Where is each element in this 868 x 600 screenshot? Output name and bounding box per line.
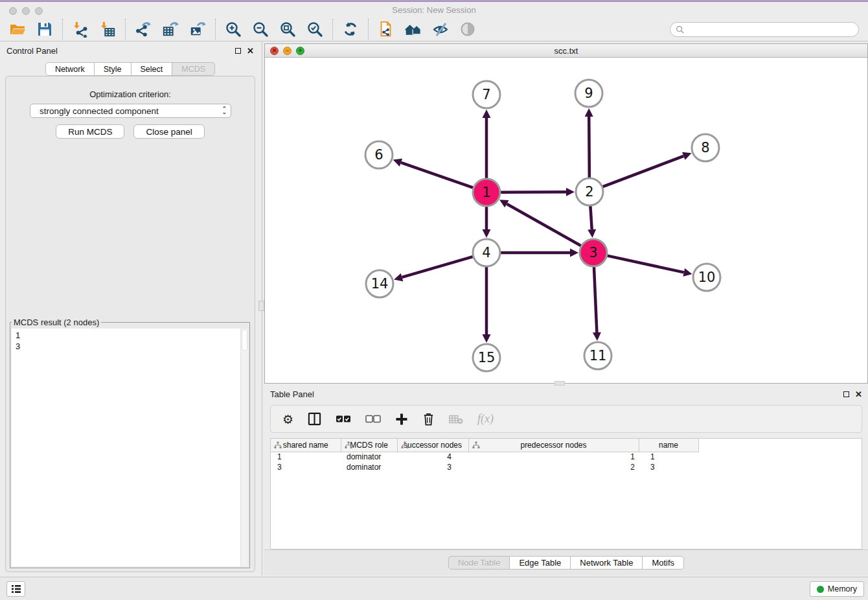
- zoom-out-icon[interactable]: [251, 20, 269, 38]
- column-predecessor-nodes[interactable]: predecessor nodes: [468, 439, 639, 452]
- tab-style[interactable]: Style: [95, 62, 131, 76]
- panel-splitter-grip[interactable]: [258, 301, 264, 311]
- graph-node-label: 2: [585, 184, 593, 200]
- clone-network-icon[interactable]: [377, 20, 395, 38]
- close-panel-button[interactable]: Close panel: [133, 124, 204, 139]
- column-type-icon: [345, 441, 352, 451]
- table-row[interactable]: 3dominator323: [271, 462, 698, 472]
- graph-edge-arrowhead: [483, 334, 491, 343]
- graph-edge-2-8[interactable]: [603, 156, 684, 187]
- tab-edge-table[interactable]: Edge Table: [510, 556, 571, 570]
- select-all-icon[interactable]: [336, 411, 351, 428]
- tab-node-table[interactable]: Node Table: [448, 556, 510, 570]
- graph-node-label: 9: [584, 86, 593, 101]
- float-table-panel-icon[interactable]: [843, 391, 849, 397]
- network-maximize-icon[interactable]: +: [296, 47, 304, 55]
- tab-motifs[interactable]: Motifs: [643, 556, 684, 570]
- import-network-icon[interactable]: [71, 20, 89, 38]
- node-table[interactable]: shared name MCDS role successor nodes pr…: [270, 438, 862, 549]
- export-image-icon[interactable]: [188, 20, 207, 38]
- add-column-icon[interactable]: [395, 411, 408, 428]
- import-table-icon[interactable]: [98, 20, 117, 38]
- column-mcds-role[interactable]: MCDS role: [341, 439, 397, 452]
- delete-column-icon[interactable]: [422, 411, 435, 428]
- tab-mcds[interactable]: MCDS: [172, 62, 215, 76]
- graph-edge-3-11[interactable]: [594, 267, 597, 332]
- first-neighbors-icon[interactable]: [404, 20, 422, 38]
- control-panel-tabs: Network Style Select MCDS: [0, 62, 260, 76]
- graph-edge-3-1[interactable]: [507, 204, 580, 246]
- tab-network-table[interactable]: Network Table: [571, 556, 643, 570]
- table-header-row[interactable]: shared name MCDS role successor nodes pr…: [271, 439, 698, 452]
- window-title: Session: New Session: [392, 5, 475, 15]
- graph-edge-arrowhead: [566, 188, 575, 196]
- optimization-criterion-select[interactable]: strongly connected component ⌃⌄: [30, 104, 231, 118]
- graph-edge-arrowhead: [585, 108, 593, 117]
- graph-edge-4-14[interactable]: [402, 257, 473, 277]
- search-input[interactable]: [684, 25, 853, 34]
- zoom-in-icon[interactable]: [224, 20, 242, 38]
- table-row[interactable]: 1dominator411: [271, 452, 698, 462]
- graph-node-label: 11: [589, 348, 607, 363]
- search-icon: [676, 25, 684, 34]
- function-builder-disabled-icon: f(x): [477, 411, 494, 428]
- graph-edge-2-3[interactable]: [590, 206, 591, 229]
- mcds-result-text[interactable]: 1 3: [16, 330, 238, 565]
- close-panel-icon[interactable]: ✕: [247, 48, 254, 54]
- graph-edge-arrowhead: [483, 110, 491, 118]
- optimization-criterion-label: Optimization criterion:: [6, 89, 255, 99]
- hide-selected-icon[interactable]: [431, 20, 450, 38]
- open-session-icon[interactable]: [8, 20, 27, 38]
- run-mcds-button[interactable]: Run MCDS: [56, 124, 124, 139]
- network-window-titlebar[interactable]: ✕ − + scc.txt: [265, 44, 867, 58]
- graph-node-label: 3: [589, 245, 597, 260]
- graph-edge-arrowhead: [394, 273, 403, 281]
- tab-select[interactable]: Select: [131, 62, 173, 76]
- export-table-icon[interactable]: [161, 20, 179, 38]
- delete-table-disabled-icon: [449, 411, 463, 428]
- maximize-window-icon[interactable]: [35, 7, 43, 15]
- window-controls[interactable]: [9, 7, 43, 15]
- graph-node-label: 7: [482, 87, 490, 102]
- titlebar: Session: New Session: [0, 2, 868, 17]
- show-column-icon[interactable]: [308, 411, 321, 428]
- float-panel-icon[interactable]: [235, 48, 241, 54]
- table-options-gear-icon[interactable]: ⚙: [282, 411, 293, 428]
- unselect-all-icon[interactable]: [365, 411, 381, 428]
- graph-edge-1-2[interactable]: [501, 192, 566, 192]
- graph-edge-2-9[interactable]: [589, 117, 589, 178]
- search-field[interactable]: [670, 22, 859, 37]
- network-canvas[interactable]: 7968124314101511: [265, 58, 867, 383]
- column-successor-nodes[interactable]: successor nodes: [397, 439, 468, 452]
- column-type-icon: [401, 441, 409, 451]
- column-shared-name[interactable]: shared name: [271, 439, 341, 452]
- fx-label: f(x): [477, 412, 494, 426]
- memory-button[interactable]: Memory: [810, 581, 864, 597]
- result-scrollbar[interactable]: [240, 329, 248, 566]
- task-history-button[interactable]: [6, 581, 25, 597]
- control-panel-header: Control Panel ✕: [0, 42, 260, 59]
- graph-node-label: 6: [374, 147, 383, 163]
- control-panel: Control Panel ✕ Network Style Select MCD…: [0, 42, 260, 573]
- table-toolbar: ⚙ f(x): [270, 405, 862, 433]
- zoom-fit-icon[interactable]: [279, 20, 297, 38]
- save-session-icon[interactable]: [36, 20, 54, 38]
- network-minimize-icon[interactable]: −: [283, 47, 291, 55]
- column-name[interactable]: name: [639, 439, 698, 452]
- graph-edge-1-6[interactable]: [401, 163, 473, 188]
- network-graph: 7968124314101511: [265, 58, 867, 383]
- close-table-panel-icon[interactable]: ✕: [855, 391, 862, 397]
- export-network-icon[interactable]: [134, 20, 152, 38]
- refresh-layout-icon[interactable]: [341, 20, 360, 38]
- graph-edge-3-10[interactable]: [607, 256, 683, 273]
- minimize-window-icon[interactable]: [22, 7, 30, 15]
- zoom-selected-icon[interactable]: [306, 20, 324, 38]
- close-window-icon[interactable]: [9, 7, 17, 15]
- graph-node-label: 14: [371, 276, 389, 292]
- tab-network[interactable]: Network: [45, 62, 95, 76]
- graph-edge-arrowhead: [483, 229, 491, 238]
- mcds-result-title: MCDS result (2 nodes): [12, 317, 101, 327]
- network-close-icon[interactable]: ✕: [270, 47, 279, 55]
- select-stepper-icon: ⌃⌄: [222, 108, 227, 114]
- network-table-splitter-grip[interactable]: [554, 381, 565, 386]
